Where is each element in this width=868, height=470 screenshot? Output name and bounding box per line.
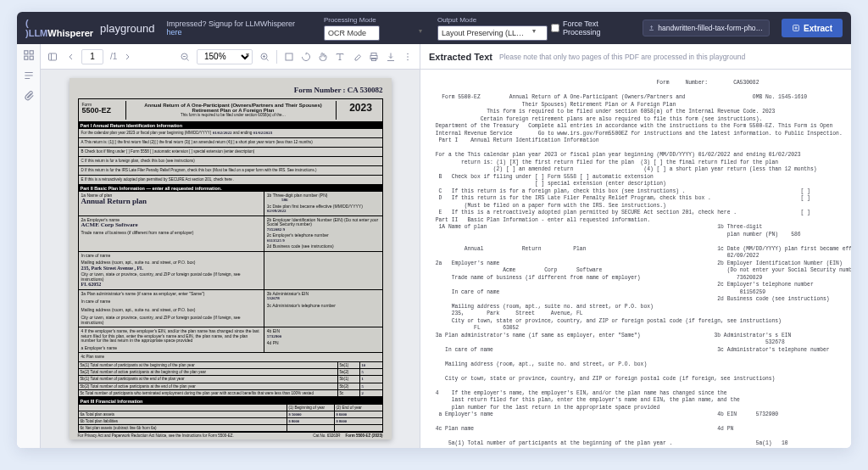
upload-icon (648, 24, 654, 32)
plan-name: Annual Return plan (81, 198, 261, 206)
app-frame: ( )LLMWhisperer playground Impressed? Si… (17, 12, 851, 448)
svg-point-14 (407, 59, 409, 60)
zoom-in-icon[interactable] (259, 52, 270, 62)
processing-mode-select[interactable]: OCR Mode (324, 25, 380, 41)
extracted-note: Please note that only two pages of this … (499, 53, 745, 61)
part1-bar: Part I Annual Return Identification Info… (78, 122, 383, 129)
form-code: 5500-EZ (82, 107, 124, 115)
brand-logo: ( )LLMWhisperer (25, 18, 93, 38)
tagline-text: Impressed? Signup for LLMWhisperer (166, 20, 295, 28)
svg-rect-3 (24, 56, 27, 59)
zoom-select[interactable]: 150% (197, 49, 253, 64)
form-header: Form5500-EZ Annual Return of A One-Parti… (78, 98, 383, 122)
outline-icon[interactable] (23, 70, 35, 81)
output-mode-label: Output Mode (437, 16, 539, 24)
extracted-header: Extracted Text Please note that only two… (420, 44, 851, 70)
rotate-icon[interactable] (301, 52, 311, 62)
prev-page-icon[interactable] (64, 52, 75, 62)
output-mode-group: Output Mode Layout Preserving (LL… (437, 16, 539, 41)
plan-number: 586 (267, 198, 303, 203)
extracted-pre: Form Number: CA530082 Form 5500-EZ Annua… (432, 80, 839, 448)
uploaded-file-pill[interactable]: handwritten-filled-tax-form-photograph (… (643, 20, 770, 36)
force-text-input[interactable] (551, 24, 559, 32)
thumbnails-icon[interactable] (23, 49, 35, 61)
calendar-year-row: For the calendar plan year 2023 or fisca… (78, 129, 383, 138)
page-total: /1 (110, 52, 117, 61)
processing-mode-label: Processing Mode (324, 16, 426, 24)
more-icon[interactable] (403, 52, 413, 62)
svg-point-13 (407, 56, 409, 58)
page-input[interactable] (81, 49, 103, 64)
tagline: Impressed? Signup for LLMWhisperer here (166, 20, 300, 36)
pdf-viewport[interactable]: Form Number : CA 530082 Form5500-EZ Annu… (41, 70, 420, 448)
main-split: /1 150% Form Number : CA 530082 (17, 44, 851, 448)
form-year: 2023 (343, 103, 379, 114)
attachments-icon[interactable] (23, 90, 35, 102)
top-bar: ( )LLMWhisperer playground Impressed? Si… (17, 12, 851, 44)
next-page-icon[interactable] (124, 52, 134, 62)
employer-name: ACME Corp Software (81, 222, 261, 229)
extract-icon (792, 24, 800, 32)
participants-table: 5a(1) Total number of participants at th… (78, 362, 383, 397)
pdf-pane: /1 150% Form Number : CA 530082 (41, 44, 420, 448)
extracted-title: Extracted Text (429, 52, 492, 62)
annotate-icon[interactable] (352, 52, 362, 62)
text-select-icon[interactable] (335, 52, 345, 62)
force-text-label: Force Text Processing (563, 20, 631, 36)
extracted-body[interactable]: Form Number: CA530082 Form 5500-EZ Annua… (420, 70, 851, 448)
part3-bar: Part III Financial Information (78, 398, 383, 405)
extract-button[interactable]: Extract (782, 19, 843, 37)
fit-page-icon[interactable] (284, 52, 294, 62)
download-icon[interactable] (386, 52, 396, 62)
svg-rect-4 (30, 56, 33, 59)
processing-mode-group: Processing Mode OCR Mode (324, 16, 426, 41)
svg-point-12 (407, 53, 409, 54)
print-icon[interactable] (369, 52, 379, 62)
force-text-checkbox[interactable]: Force Text Processing (551, 20, 631, 36)
svg-rect-2 (30, 51, 33, 54)
svg-rect-8 (286, 53, 292, 60)
financial-table: (1) Beginning of year(2) End of year 6a … (78, 405, 383, 433)
zoom-out-icon[interactable] (180, 52, 190, 62)
svg-rect-1 (24, 51, 27, 54)
signup-link[interactable]: here (166, 28, 181, 36)
output-mode-select[interactable]: Layout Preserving (LL… (437, 25, 548, 41)
extract-label: Extract (804, 24, 832, 33)
pdf-toolbar: /1 150% (41, 44, 420, 70)
pdf-page: Form Number : CA 530082 Form5500-EZ Annu… (70, 78, 392, 439)
part2-bar: Part II Basic Plan Information — enter a… (78, 185, 383, 192)
svg-rect-5 (49, 53, 57, 60)
brand: ( )LLMWhisperer playground (25, 18, 154, 38)
product-name: playground (100, 22, 154, 35)
file-name: handwritten-filled-tax-form-photograph (… (658, 24, 764, 32)
left-rail (17, 44, 41, 448)
extracted-text-pane: Extracted Text Please note that only two… (420, 44, 851, 448)
handwritten-form-number: Form Number : CA 530082 (78, 87, 383, 95)
hand-tool-icon[interactable] (318, 52, 328, 62)
sidebar-toggle-icon[interactable] (47, 52, 58, 62)
